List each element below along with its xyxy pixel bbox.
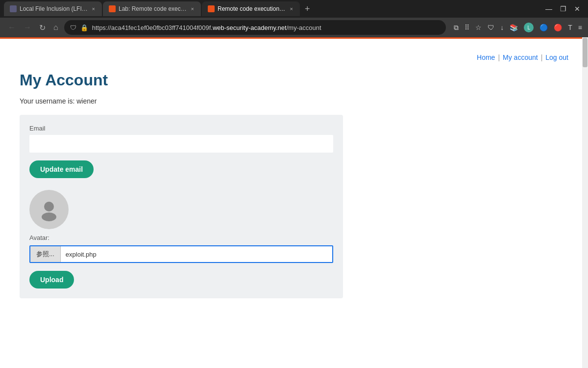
window-controls: — ❐ ✕	[545, 5, 584, 13]
url-prefix: https://aca41fec1ef0e0fbc03ff741004f009f…	[92, 24, 213, 31]
avatar-section: Avatar: 参照... exploit.php Upload	[29, 190, 333, 289]
tab-bar: Local File Inclusion (LFI) — Web Ap... ×…	[0, 0, 588, 18]
download-icon[interactable]: ↓	[500, 24, 504, 31]
avatar-label: Avatar:	[29, 234, 333, 241]
avatar-icon	[37, 197, 61, 222]
tab-3-icon	[208, 5, 215, 12]
new-tab-button[interactable]: +	[301, 4, 314, 14]
library-icon[interactable]: 📚	[510, 24, 518, 31]
url-domain: web-security-academy.net	[213, 24, 287, 31]
browser-window: Local File Inclusion (LFI) — Web Ap... ×…	[0, 0, 588, 353]
home-nav-link[interactable]: Home	[477, 53, 495, 61]
tab-3[interactable]: Remote code execution via web... ×	[202, 1, 300, 16]
tab-3-close[interactable]: ×	[289, 5, 294, 13]
url-bar[interactable]: 🛡 🔒 https://aca41fec1ef0e0fbc03ff741004f…	[64, 20, 446, 35]
tab-2-label: Lab: Remote code execution vi...	[119, 5, 187, 12]
bookmark-icon[interactable]: ☆	[475, 24, 482, 31]
upload-button[interactable]: Upload	[29, 271, 74, 289]
username-prefix: Your username is:	[20, 97, 76, 105]
tab-2-icon	[109, 5, 116, 12]
back-button[interactable]: ←	[6, 21, 18, 34]
email-label: Email	[29, 125, 333, 132]
home-button[interactable]: ⌂	[51, 21, 60, 34]
logout-nav-link[interactable]: Log out	[545, 53, 568, 61]
addon3-icon[interactable]: T	[568, 24, 572, 31]
url-suffix: /my-account	[287, 24, 321, 31]
update-email-button[interactable]: Update email	[29, 160, 94, 178]
nav-sep-2: |	[541, 53, 543, 61]
refresh-button[interactable]: ↻	[37, 21, 48, 34]
tab-1-close[interactable]: ×	[91, 5, 96, 13]
addon1-icon[interactable]: 🔵	[539, 24, 548, 31]
close-window-button[interactable]: ✕	[574, 5, 580, 13]
tab-2-close[interactable]: ×	[190, 5, 195, 13]
screenshot-icon[interactable]: ⧉	[454, 24, 459, 32]
file-browse-button[interactable]: 参照...	[30, 246, 61, 262]
top-nav: Home | My account | Log out	[20, 49, 568, 71]
profile-avatar[interactable]: L	[524, 23, 534, 32]
forward-button[interactable]: →	[22, 21, 33, 34]
username-text: Your username is: wiener	[20, 97, 568, 105]
svg-point-0	[44, 202, 54, 211]
page-content: Home | My account | Log out My Account Y…	[0, 39, 588, 353]
toolbar-icons: ⧉ ⠿ ☆ 🛡 ↓ 📚 L 🔵 🔴 T ≡	[450, 23, 582, 32]
email-input[interactable]	[29, 135, 333, 153]
email-form-panel: Email Update email Avatar: 参照...	[20, 115, 343, 298]
svg-point-1	[42, 212, 56, 221]
address-bar: ← → ↻ ⌂ 🛡 🔒 https://aca41fec1ef0e0fbc03f…	[0, 18, 588, 37]
scrollbar[interactable]	[582, 37, 588, 353]
addon2-icon[interactable]: 🔴	[554, 24, 562, 31]
extensions-icon[interactable]: ⠿	[465, 24, 469, 31]
shield-icon: 🛡	[70, 24, 76, 31]
file-input-wrapper: 参照... exploit.php	[29, 245, 333, 263]
tab-1-icon	[10, 5, 17, 12]
page-title: My Account	[20, 71, 568, 89]
url-text: https://aca41fec1ef0e0fbc03ff741004f009f…	[92, 24, 441, 31]
my-account-nav-link[interactable]: My account	[503, 53, 538, 61]
username-value: wiener	[76, 97, 97, 105]
scrollbar-thumb[interactable]	[583, 38, 588, 67]
file-name-display: exploit.php	[61, 251, 101, 258]
tab-3-label: Remote code execution via web...	[218, 5, 286, 12]
lock-icon: 🔒	[80, 24, 88, 31]
maximize-button[interactable]: ❐	[560, 5, 566, 13]
nav-sep-1: |	[498, 53, 500, 61]
avatar-placeholder	[29, 190, 69, 229]
tab-1-label: Local File Inclusion (LFI) — Web Ap...	[20, 5, 88, 12]
tab-1[interactable]: Local File Inclusion (LFI) — Web Ap... ×	[4, 1, 102, 16]
tab-2[interactable]: Lab: Remote code execution vi... ×	[103, 1, 201, 16]
pocket-icon[interactable]: 🛡	[488, 24, 494, 31]
menu-icon[interactable]: ≡	[578, 24, 582, 31]
minimize-button[interactable]: —	[545, 5, 552, 13]
